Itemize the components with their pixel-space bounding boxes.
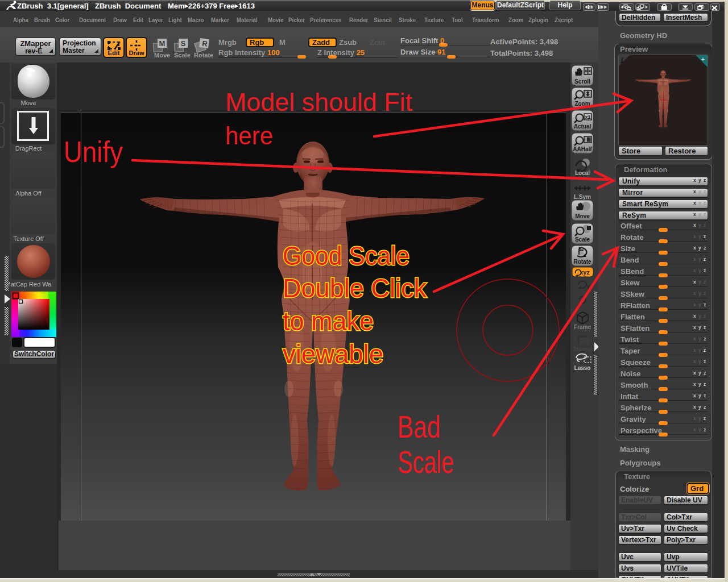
svg-text:Transp: Transp xyxy=(573,346,592,352)
svg-text:Y: Y xyxy=(586,284,590,290)
svg-text:Move: Move xyxy=(575,213,590,219)
svg-text:x1: x1 xyxy=(585,114,591,120)
svg-text:M: M xyxy=(159,39,166,48)
svg-text:Actual: Actual xyxy=(574,123,592,130)
svg-text:Zoom: Zoom xyxy=(574,101,590,107)
svg-text:AAHalf: AAHalf xyxy=(573,146,592,152)
svg-text:+: + xyxy=(701,56,705,63)
svg-text:Lasso: Lasso xyxy=(574,365,591,371)
svg-text:S: S xyxy=(181,39,186,48)
svg-text:xyz: xyz xyxy=(580,269,590,276)
svg-text:Scroll: Scroll xyxy=(574,78,590,85)
svg-text:L.Sym: L.Sym xyxy=(574,194,591,200)
svg-text:Frame: Frame xyxy=(574,324,591,330)
svg-text:Rotate: Rotate xyxy=(573,259,592,265)
svg-text:Scale: Scale xyxy=(575,236,590,243)
svg-text:Local: Local xyxy=(575,170,590,176)
